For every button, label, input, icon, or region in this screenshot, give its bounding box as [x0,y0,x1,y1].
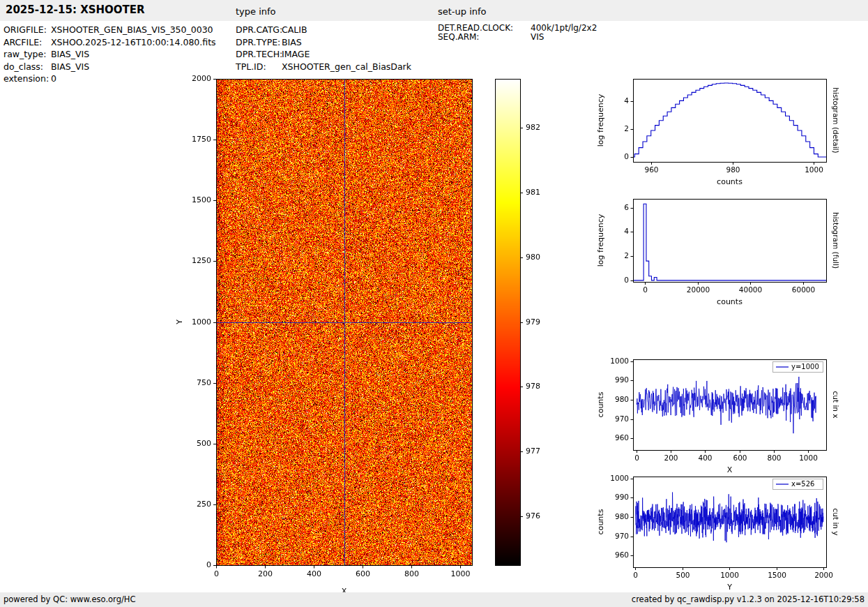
do-class-value: BIAS_VIS [51,61,89,73]
meta-row-dpr-tech: DPR.TECH: IMAGE [236,48,411,61]
type-info-heading: type info [236,6,276,17]
bias-image-plot [167,70,558,600]
histogram-detail-plot [586,70,868,195]
cut-in-y-plot [586,467,868,593]
meta-row-dpr-catg: DPR.CATG: CALIB [236,24,411,36]
page-title: 2025-12-15: XSHOOTER [6,3,145,16]
raw-type-value: BIAS_VIS [51,48,89,61]
dpr-type-label: DPR.TYPE: [236,36,282,49]
origfile-value: XSHOOTER_GEN_BIAS_VIS_350_0030 [51,24,213,36]
meta-row-seq-arm: SEQ.ARM: VIS [438,33,597,42]
origfile-label: ORIGFILE: [3,24,51,36]
seq-arm-label: SEQ.ARM: [438,33,531,42]
extension-value: 0 [51,73,56,85]
arcfile-value: XSHOO.2025-12-16T10:00:14.080.fits [51,36,216,49]
cut-in-x-plot [586,350,868,484]
do-class-label: do_class: [3,61,51,73]
dpr-type-value: BIAS [282,36,302,49]
header-bar: 2025-12-15: XSHOOTER type info set-up in… [0,0,868,21]
meta-row-dpr-type: DPR.TYPE: BIAS [236,36,411,49]
meta-row-raw-type: raw_type: BIAS_VIS [3,48,216,61]
raw-type-label: raw_type: [3,48,51,61]
dpr-tech-value: IMAGE [282,48,310,61]
footer-qc-link: powered by QC: www.eso.org/HC [3,594,135,604]
dpr-tech-label: DPR.TECH: [236,48,282,61]
arcfile-label: ARCFILE: [3,36,51,49]
footer-bar: powered by QC: www.eso.org/HC created by… [0,592,868,607]
extension-label: extension: [3,73,51,85]
seq-arm-value: VIS [531,33,544,42]
histogram-full-plot [586,190,868,315]
meta-row-origfile: ORIGFILE: XSHOOTER_GEN_BIAS_VIS_350_0030 [3,24,216,36]
meta-row-arcfile: ARCFILE: XSHOO.2025-12-16T10:00:14.080.f… [3,36,216,49]
dpr-catg-label: DPR.CATG: [236,24,282,36]
setup-info-heading: set-up info [438,6,487,17]
type-info-block: DPR.CATG: CALIB DPR.TYPE: BIAS DPR.TECH:… [236,24,411,73]
setup-info-block: DET.READ.CLOCK: 400k/1pt/lg/2x2 SEQ.ARM:… [438,24,597,42]
dpr-catg-value: CALIB [282,24,307,36]
footer-created-by: created by qc_rawdisp.py v1.2.3 on 2025-… [632,594,865,604]
